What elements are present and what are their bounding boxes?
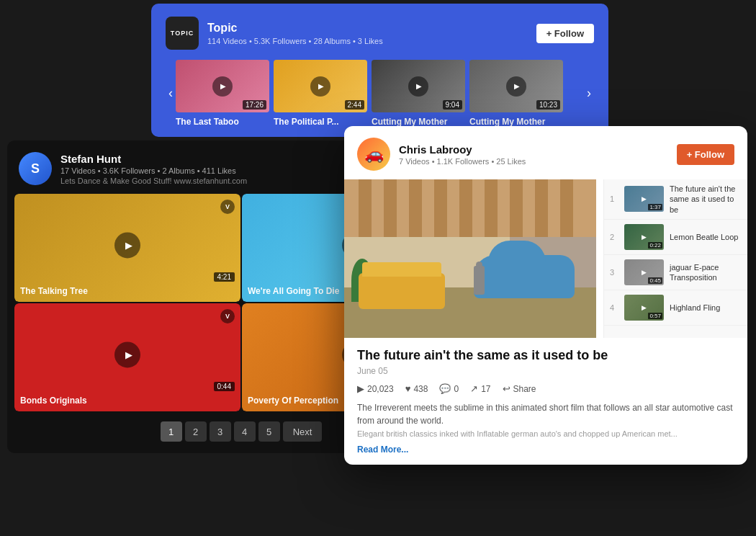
playlist-number: 3 [610,268,618,277]
video-duration: 1:37 [648,204,662,210]
topic-avatar: topic [166,17,199,50]
stefan-name: Stefan Hunt [60,153,247,165]
comment-icon: 💬 [439,383,451,394]
video-title: The Last Taboo [176,117,269,127]
comment-count: 💬 0 [439,383,459,394]
stefan-desc: Lets Dance & Make Good Stuff! www.stefan… [60,177,247,185]
list-item[interactable]: 1 1:37 The future ain't the same as it u… [604,179,747,220]
stefan-info: Stefan Hunt 17 Videos • 3.6K Followers •… [60,153,247,185]
next-arrow-icon[interactable]: › [584,86,594,101]
video-duration: 0:57 [648,313,662,319]
view-count: ▶ 20,023 [357,383,394,394]
play-icon[interactable] [310,76,330,97]
stefan-avatar: S [19,152,52,185]
play-icon: ▶ [357,383,364,394]
chris-main-video[interactable] [344,179,603,338]
list-item[interactable]: 4 0:57 Highland Fling [604,290,747,326]
video-duration: 0:44 [214,382,235,391]
prev-arrow-icon[interactable]: ‹ [166,86,176,101]
video-description: The Irreverent meets the sublime in this… [357,401,734,440]
playlist-number: 1 [610,195,618,203]
video-date: June 05 [357,366,734,376]
chris-stats: 7 Videos • 1.1K Followers • 25 Likes [399,157,526,166]
video-duration: 0:45 [648,277,662,284]
page-1-button[interactable]: 1 [161,421,182,442]
video-duration: 9:04 [443,100,462,110]
video-title: The Political P... [274,117,367,127]
stefan-stats: 17 Videos • 3.6K Followers • 2 Albums • … [60,166,247,175]
video-title: Cutting My Mother [372,117,465,127]
play-icon[interactable] [506,76,526,97]
list-item[interactable]: 2 0:22 Lemon Beatle Loop [604,220,747,255]
playlist-title: Highland Fling [670,303,720,313]
chris-name: Chris Labrooy [399,143,526,156]
video-duration: 4:21 [214,272,235,282]
playlist-thumb: 0:45 [624,259,664,285]
video-duration: 2:44 [345,100,364,110]
page-3-button[interactable]: 3 [210,421,231,442]
topic-card: topic Topic 114 Videos • 5.3K Followers … [151,4,608,137]
list-item[interactable]: 2:44 The Political P... [274,60,367,127]
page-4-button[interactable]: 4 [234,421,256,442]
playlist-thumb: 0:57 [624,295,664,321]
video-stats: ▶ 20,023 ♥ 438 💬 0 ↗ 17 ↩ Share [357,383,734,394]
share-arrow-icon: ↩ [503,383,510,394]
topic-thumbs: 17:26 The Last Taboo 2:44 The Political … [176,60,584,127]
list-item[interactable]: 3 0:45 jaguar E-pace Transposition [604,255,747,290]
video-title: Poverty Of Perception [248,396,338,406]
topic-videos: ‹ 17:26 The Last Taboo 2:44 The Politica… [166,60,594,127]
playlist-title: Lemon Beatle Loop [670,232,738,242]
page-5-button[interactable]: 5 [258,421,280,442]
video-duration: 17:26 [243,100,266,110]
list-item[interactable]: 9:04 Cutting My Mother [372,60,465,127]
chris-video-info: The future ain't the same as it used to … [344,338,747,465]
list-item[interactable]: V 0:44 Bonds Originals [14,303,240,411]
list-item[interactable]: 17:26 The Last Taboo [176,60,269,127]
playlist-title: jaguar E-pace Transposition [670,262,742,283]
video-duration: 10:23 [536,100,560,110]
topic-name: Topic [207,22,383,35]
playlist-number: 4 [610,303,618,312]
like-count: ♥ 438 [405,383,428,394]
topic-info: Topic 114 Videos • 5.3K Followers • 28 A… [207,22,383,45]
chris-info: Chris Labrooy 7 Videos • 1.1K Followers … [399,143,526,166]
chris-playlist: 1 1:37 The future ain't the same as it u… [603,179,747,338]
video-duration: 0:22 [648,242,662,249]
main-video-title: The future ain't the same as it used to … [357,348,734,363]
next-page-button[interactable]: Next [283,421,323,442]
chris-follow-button[interactable]: + Follow [677,144,734,165]
chris-header: 🚗 Chris Labrooy 7 Videos • 1.1K Follower… [344,126,747,179]
share-button[interactable]: ↩ Share [503,383,536,394]
list-item[interactable]: 10:23 Cutting My Mother [469,60,563,127]
heart-icon: ♥ [405,383,411,394]
video-title: We're All Going To Die [248,286,339,296]
topic-stats: 114 Videos • 5.3K Followers • 28 Albums … [207,37,383,45]
playlist-thumb: 0:22 [624,224,664,250]
playlist-title: The future ain't the same as it used to … [670,184,742,215]
share-icon: ↗ [470,383,478,394]
play-icon[interactable] [212,76,233,97]
video-title: Bonds Originals [20,396,87,406]
video-title: Cutting My Mother [469,117,563,127]
playlist-number: 2 [610,233,618,241]
play-icon[interactable] [408,76,428,97]
play-icon[interactable] [114,341,140,367]
read-more-link[interactable]: Read More... [357,445,734,455]
chris-content: 1 1:37 The future ain't the same as it u… [344,179,747,338]
topic-header: topic Topic 114 Videos • 5.3K Followers … [166,17,594,50]
chris-card: 🚗 Chris Labrooy 7 Videos • 1.1K Follower… [344,126,747,465]
playlist-thumb: 1:37 [624,186,664,212]
page-2-button[interactable]: 2 [185,421,207,442]
video-title: The Talking Tree [20,286,88,296]
share-count: ↗ 17 [470,383,490,394]
chris-avatar: 🚗 [357,138,390,171]
list-item[interactable]: V 4:21 The Talking Tree [14,194,240,302]
vimeo-icon: V [220,200,235,214]
vimeo-icon: V [220,309,235,323]
topic-follow-button[interactable]: + Follow [536,24,594,43]
play-icon[interactable] [114,232,140,258]
